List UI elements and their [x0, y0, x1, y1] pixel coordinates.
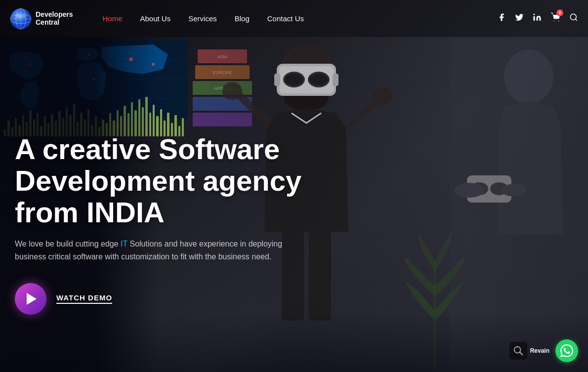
bottom-icons: Revain: [509, 339, 578, 362]
svg-point-31: [285, 74, 303, 85]
nav-home[interactable]: Home: [102, 14, 122, 23]
twitter-icon[interactable]: [515, 13, 524, 24]
svg-point-34: [373, 87, 393, 105]
bottom-gradient-overlay: [0, 313, 588, 372]
svg-point-41: [455, 183, 484, 198]
whatsapp-button[interactable]: [555, 339, 578, 362]
revain-badge[interactable]: Revain: [509, 342, 549, 360]
search-icon[interactable]: [569, 13, 578, 24]
facebook-icon[interactable]: [497, 13, 506, 24]
nav-services[interactable]: Services: [188, 14, 217, 23]
hero-subtitle: We love be build cutting edge IT Solutio…: [15, 238, 292, 263]
svg-point-42: [502, 184, 526, 197]
logo-text: Developers Central: [36, 11, 73, 26]
linkedin-icon[interactable]: [533, 13, 542, 24]
logo-link[interactable]: Developers Central: [10, 8, 73, 30]
revain-icon: [509, 342, 527, 360]
cta-area: WATCH DEMO: [15, 283, 321, 315]
logo-line2: Central: [36, 19, 73, 26]
revain-text: Revain: [530, 347, 549, 354]
nav-social-icons: 0: [497, 12, 578, 25]
nav-contact[interactable]: Contact Us: [267, 14, 304, 23]
nav-about[interactable]: About Us: [140, 14, 171, 23]
it-highlight: IT: [121, 240, 127, 248]
navigation: Developers Central Home About Us Service…: [0, 0, 588, 37]
logo-icon: [10, 8, 32, 30]
hero-content: A creative Software Development agency f…: [15, 133, 321, 315]
svg-line-53: [575, 19, 577, 20]
svg-point-33: [222, 82, 242, 100]
hero-title: A creative Software Development agency f…: [15, 133, 321, 228]
svg-point-32: [310, 74, 328, 85]
svg-point-37: [504, 49, 553, 104]
svg-point-52: [570, 14, 576, 20]
nav-blog[interactable]: Blog: [235, 14, 250, 23]
whatsapp-icon: [560, 344, 573, 357]
logo-line1: Developers: [36, 11, 73, 18]
svg-point-51: [558, 21, 559, 22]
svg-line-55: [519, 352, 522, 355]
svg-point-50: [554, 21, 555, 22]
watch-demo-text[interactable]: WATCH DEMO: [56, 293, 112, 304]
svg-point-49: [534, 14, 535, 15]
play-icon: [27, 293, 37, 305]
svg-rect-27: [274, 74, 280, 86]
nav-links: Home About Us Services Blog Contact Us: [102, 14, 497, 23]
cart-icon[interactable]: 0: [550, 12, 560, 25]
play-button[interactable]: [15, 283, 46, 315]
svg-rect-28: [333, 74, 338, 86]
cart-badge: 0: [556, 9, 563, 16]
